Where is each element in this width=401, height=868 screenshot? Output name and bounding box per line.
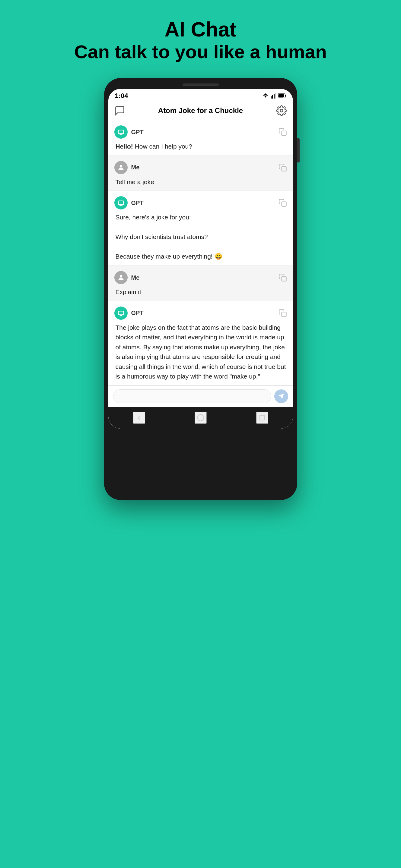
nav-bar: [108, 407, 293, 429]
app-header-title: Atom Joke for a Chuckle: [125, 106, 276, 115]
avatar-name: GPT: [114, 196, 144, 210]
svg-rect-17: [120, 205, 122, 206]
svg-rect-19: [282, 202, 286, 207]
avatar-name: Me: [114, 161, 140, 174]
back-icon: [135, 413, 143, 422]
sender-name: GPT: [131, 310, 144, 316]
svg-rect-5: [278, 94, 284, 98]
message-header: GPT: [114, 307, 287, 320]
phone-screen: 1:04: [108, 89, 293, 429]
message-header: GPT: [114, 196, 287, 210]
svg-rect-23: [119, 311, 123, 314]
message-text: Sure, here's a joke for you: Why don't s…: [114, 213, 287, 261]
page-title-line1: AI Chat: [74, 18, 327, 41]
message-header: Me: [114, 271, 287, 284]
signal-icon: [271, 93, 276, 98]
battery-icon: [278, 93, 286, 98]
svg-rect-24: [120, 315, 122, 315]
sender-name: GPT: [131, 199, 144, 207]
svg-rect-18: [119, 206, 122, 206]
message-text: Explain it: [114, 287, 287, 297]
svg-point-7: [280, 110, 283, 112]
chat-bubble-icon[interactable]: [114, 105, 125, 116]
home-circle-icon: [196, 413, 205, 422]
wifi-icon: [262, 93, 269, 98]
svg-rect-21: [282, 277, 286, 281]
phone-side-button: [297, 138, 299, 162]
copy-icon[interactable]: [279, 163, 287, 172]
send-button[interactable]: [274, 390, 288, 403]
svg-rect-2: [274, 94, 275, 98]
svg-rect-1: [272, 95, 273, 98]
message-header: GPT: [114, 125, 287, 138]
sender-name: GPT: [131, 129, 144, 135]
sender-name: Me: [131, 274, 140, 281]
svg-marker-28: [278, 394, 284, 399]
avatar-name: Me: [114, 271, 140, 284]
gear-icon[interactable]: [276, 105, 287, 116]
svg-rect-11: [119, 135, 122, 135]
svg-rect-9: [119, 130, 123, 133]
copy-icon[interactable]: [279, 198, 287, 207]
svg-rect-30: [260, 415, 265, 420]
copy-icon[interactable]: [279, 128, 287, 136]
home-button[interactable]: [195, 412, 207, 424]
message-block: Me Tell me a joke: [108, 156, 293, 191]
svg-point-13: [119, 165, 122, 167]
svg-rect-10: [120, 134, 122, 135]
message-header: Me: [114, 161, 287, 174]
svg-rect-16: [119, 201, 123, 204]
recent-apps-button[interactable]: [256, 412, 268, 424]
chat-area: GPT Hello! How can I help you?: [108, 120, 293, 385]
phone-speaker: [182, 84, 219, 86]
message-block: GPT Sure, here's a joke for you: Why don…: [108, 191, 293, 266]
page-header: AI Chat Can talk to you like a human: [74, 18, 327, 63]
app-header: Atom Joke for a Chuckle: [108, 101, 293, 120]
svg-point-20: [119, 275, 122, 278]
square-icon: [259, 414, 266, 421]
avatar-name: GPT: [114, 307, 144, 320]
page-title-line2: Can talk to you like a human: [74, 41, 327, 63]
status-icons: [262, 93, 286, 98]
status-time: 1:04: [115, 92, 128, 100]
copy-icon[interactable]: [279, 309, 287, 317]
phone-shell: 1:04: [104, 78, 297, 500]
user-avatar: [114, 161, 127, 174]
svg-point-29: [197, 414, 204, 421]
svg-rect-26: [282, 312, 286, 316]
user-avatar: [114, 271, 127, 284]
svg-rect-14: [282, 166, 286, 171]
back-button[interactable]: [133, 412, 145, 424]
copy-icon[interactable]: [279, 273, 287, 282]
message-block: GPT The joke plays on the fact that atom…: [108, 301, 293, 385]
svg-rect-12: [282, 131, 286, 135]
message-text: Hello! How can I help you?: [114, 142, 287, 152]
input-bar: [108, 385, 293, 407]
avatar-name: GPT: [114, 125, 144, 138]
status-bar: 1:04: [108, 89, 293, 101]
message-block: Me Explain it: [108, 266, 293, 301]
svg-rect-3: [275, 93, 276, 98]
svg-rect-25: [119, 315, 122, 316]
message-text: The joke plays on the fact that atoms ar…: [114, 323, 287, 381]
gpt-avatar: [114, 307, 127, 320]
svg-rect-6: [285, 95, 286, 97]
send-icon: [278, 393, 285, 400]
gpt-avatar: [114, 196, 127, 210]
gpt-avatar: [114, 125, 127, 138]
message-block: GPT Hello! How can I help you?: [108, 120, 293, 156]
message-input[interactable]: [113, 390, 271, 403]
message-text: Tell me a joke: [114, 177, 287, 187]
svg-rect-0: [271, 96, 271, 98]
sender-name: Me: [131, 164, 140, 171]
